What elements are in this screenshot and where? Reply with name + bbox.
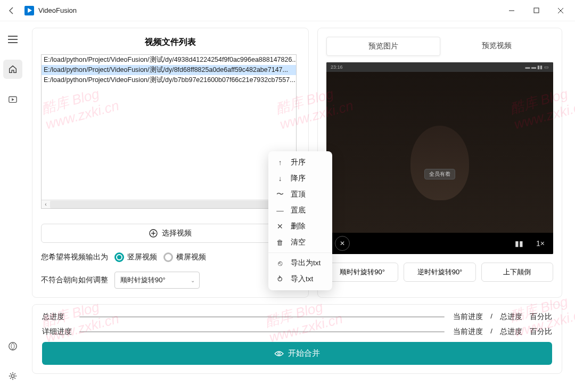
sidebar-help-icon[interactable] xyxy=(3,337,22,356)
detail-progress-bar xyxy=(79,331,445,332)
preview-status-icons: ▬ ▬ ▮▮ ▭ xyxy=(525,64,549,70)
minimize-button[interactable] xyxy=(499,0,524,21)
plus-circle-icon xyxy=(149,229,158,238)
tab-preview-video[interactable]: 预览视频 xyxy=(440,37,553,56)
progress-panel: 总进度 当前进度 / 总进度 百分比 详细进度 当前进度 / 总进度 百分比 xyxy=(32,304,562,374)
preview-close-icon[interactable]: ✕ xyxy=(335,236,350,251)
rotate-cw-button[interactable]: 顺时针旋转90° xyxy=(326,263,398,282)
file-list-title: 视频文件列表 xyxy=(41,37,300,48)
ctx-sort-desc[interactable]: ↓降序 xyxy=(268,170,332,186)
file-list-panel: 视频文件列表 E:/load/python/Project/VideoFusio… xyxy=(32,28,309,298)
rotate-ccw-button[interactable]: 逆时针旋转90° xyxy=(404,263,475,282)
app-logo-icon xyxy=(24,6,34,15)
sidebar xyxy=(0,21,26,392)
trash-icon: 🗑 xyxy=(276,239,284,247)
preview-speed[interactable]: 1× xyxy=(536,239,545,248)
file-row[interactable]: E:/load/python/Project/VideoFusion/测试/dy… xyxy=(42,65,296,75)
start-merge-label: 开始合并 xyxy=(288,348,320,358)
start-merge-button[interactable]: 开始合并 xyxy=(42,342,552,365)
x-icon: ✕ xyxy=(276,222,284,231)
ctx-delete[interactable]: ✕删除 xyxy=(268,218,332,234)
svg-point-11 xyxy=(278,352,280,354)
orient-prompt-label: 不符合朝向如何调整 xyxy=(41,275,108,285)
ctx-sort-asc[interactable]: ↑升序 xyxy=(268,154,332,170)
import-icon: ⥁ xyxy=(276,275,284,283)
context-menu: ↑升序 ↓降序 〜置顶 —置底 ✕删除 🗑清空 ⎋导出为txt ⥁导入txt xyxy=(268,151,332,290)
sidebar-settings-icon[interactable] xyxy=(3,366,22,386)
col-current: 当前进度 xyxy=(453,312,483,322)
col-percent: 百分比 xyxy=(530,312,552,322)
svg-point-6 xyxy=(9,342,17,350)
file-list[interactable]: E:/load/python/Project/VideoFusion/测试/dy… xyxy=(41,54,297,209)
ctx-move-bottom[interactable]: —置底 xyxy=(268,202,332,218)
arrow-up-icon: ↑ xyxy=(276,159,284,167)
file-row[interactable]: E:/load/python/Project/VideoFusion/测试/dy… xyxy=(42,55,296,65)
close-button[interactable] xyxy=(548,0,573,21)
preview-content xyxy=(326,72,553,233)
sidebar-home-icon[interactable] xyxy=(3,60,22,79)
chevron-down-icon: ⌄ xyxy=(191,277,195,283)
app-title: VideoFusion xyxy=(38,6,77,14)
arrow-down-icon: ↓ xyxy=(276,175,284,183)
tab-preview-image[interactable]: 预览图片 xyxy=(326,37,440,56)
ctx-move-top[interactable]: 〜置顶 xyxy=(268,186,332,202)
file-row[interactable]: E:/load/python/Project/VideoFusion/测试/dy… xyxy=(42,75,296,85)
scroll-track[interactable] xyxy=(50,201,288,208)
output-prompt-label: 您希望将视频输出为 xyxy=(41,252,108,262)
trend-up-icon: 〜 xyxy=(276,190,284,199)
radio-vertical[interactable]: 竖屏视频 xyxy=(114,252,157,262)
orient-select-value: 顺时针旋转90° xyxy=(120,276,166,284)
select-video-label: 选择视频 xyxy=(162,228,192,238)
svg-point-7 xyxy=(11,374,14,377)
total-progress-label: 总进度 xyxy=(42,312,74,322)
radio-horizontal[interactable]: 横屏视频 xyxy=(163,252,206,262)
preview-badge: 全员有着 xyxy=(424,169,455,179)
orient-select[interactable]: 顺时针旋转90° ⌄ xyxy=(114,272,200,289)
titlebar: VideoFusion xyxy=(0,0,575,21)
col-total: 总进度 xyxy=(500,312,522,322)
minus-icon: — xyxy=(276,207,284,215)
svg-rect-1 xyxy=(534,8,539,13)
detail-progress-label: 详细进度 xyxy=(42,327,74,337)
horizontal-scrollbar[interactable]: ‹ › xyxy=(42,200,296,208)
export-icon: ⎋ xyxy=(276,259,284,267)
maximize-button[interactable] xyxy=(524,0,548,21)
ctx-clear[interactable]: 🗑清空 xyxy=(268,234,332,250)
preview-panel: 预览图片 预览视频 23:16 ▬ ▬ ▮▮ ▭ 全员有着 ✕ xyxy=(317,28,562,298)
sidebar-video-icon[interactable] xyxy=(3,89,22,109)
sidebar-menu-icon[interactable] xyxy=(3,30,22,49)
back-button[interactable] xyxy=(2,1,21,20)
eye-icon xyxy=(274,350,284,357)
ctx-import-txt[interactable]: ⥁导入txt xyxy=(268,271,332,287)
preview-image: 23:16 ▬ ▬ ▮▮ ▭ 全员有着 ✕ ▮▮ 1× xyxy=(326,62,553,254)
ctx-export-txt[interactable]: ⎋导出为txt xyxy=(268,255,332,271)
preview-time: 23:16 xyxy=(331,64,343,70)
select-video-button[interactable]: 选择视频 xyxy=(41,224,300,243)
ctx-separator xyxy=(268,252,332,253)
preview-pause-icon[interactable]: ▮▮ xyxy=(515,239,523,248)
flip-vertical-button[interactable]: 上下颠倒 xyxy=(481,263,553,282)
total-progress-bar xyxy=(79,316,445,317)
scroll-left-icon[interactable]: ‹ xyxy=(42,201,50,208)
